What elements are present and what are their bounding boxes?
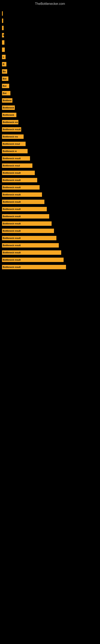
bar-label: Bot (3, 78, 6, 80)
bar-row: Bottleneck result (2, 221, 98, 226)
bar-label: Bottleneck result (3, 128, 21, 130)
bar: Bottleneck resul (2, 164, 32, 168)
bar: Bottleneck result (2, 156, 30, 160)
bar: Bottlene (2, 98, 12, 103)
bar-row: Bot (2, 76, 98, 82)
bar: Bottleneck re (2, 149, 28, 153)
bar-label: s (3, 56, 4, 58)
bar: Bottleneck result (2, 228, 54, 233)
bar-label: Bottleneck re (3, 150, 17, 152)
bar-row: Bottlene (2, 98, 98, 103)
bar: Bottleneck result (2, 222, 51, 226)
bar: s (2, 55, 6, 59)
bar-label: Bottleneck result (3, 230, 21, 232)
bar: Bottleneck result (2, 192, 42, 197)
bar: Bottleneck res (2, 120, 18, 124)
bar-row (2, 18, 98, 24)
bar: Bottleneck result (2, 243, 59, 248)
bar-label: Bottleneck result (3, 172, 21, 174)
bar-label: Bottleneck result (3, 186, 21, 188)
bar-row: Bottleneck result (2, 192, 98, 198)
bar (2, 48, 5, 52)
bar-row: Bot (2, 90, 98, 96)
bar-row: B (2, 62, 98, 67)
bar: Bot (2, 76, 8, 81)
bar: R (2, 33, 4, 38)
bar: Bottleneck result (2, 171, 35, 175)
bar-row: Bottleneck re (2, 148, 98, 154)
bar-row: R (2, 32, 98, 38)
bar: Bot (2, 84, 9, 88)
bar-row: Bottleneck (2, 112, 98, 118)
bar-label: Bottleneck result (3, 237, 21, 239)
bar-row: Bo (2, 69, 98, 74)
bar-row: Bottleneck result (2, 206, 98, 212)
bar: Bottleneck result (2, 185, 40, 190)
bar-label: Bottleneck result (3, 179, 21, 181)
bar: Bottleneck result (2, 250, 61, 255)
site-title: TheBottlenecker.com (0, 0, 100, 7)
bar-row: Bottleneck res (2, 119, 98, 125)
bar-label: Bottleneck resul (3, 143, 20, 145)
bar-row: Bottleneck re (2, 105, 98, 110)
bar-label: Bo (3, 70, 6, 73)
bar: Bottleneck result (2, 178, 37, 182)
bar-label: Bottleneck result (3, 258, 21, 261)
bar-label: Bot (3, 92, 6, 94)
bar: Bot (2, 91, 10, 96)
bar-label: Bottleneck result (3, 194, 21, 196)
bar-row: Bottleneck result (2, 257, 98, 263)
bar: Bottleneck resul (2, 142, 26, 146)
bar-row: Bottleneck resul (2, 141, 98, 147)
bar-label: Bottleneck result (3, 215, 21, 218)
bar: Bottleneck result (2, 236, 56, 240)
bar (2, 40, 4, 45)
bar-row: Bottleneck result (2, 228, 98, 234)
bar: Bottleneck (2, 113, 16, 117)
bar: B (2, 62, 6, 66)
bar: Bottleneck result (2, 258, 64, 262)
bar-label: Bottleneck result (3, 222, 21, 225)
bar-row: Bottleneck result (2, 264, 98, 270)
bar-row (2, 11, 98, 16)
bar: Bottleneck re (2, 106, 15, 110)
bar-label: Bottleneck result (3, 244, 21, 246)
bar: Bottleneck result (2, 214, 49, 218)
bar-label: Bottleneck resul (3, 164, 20, 167)
bar-row (2, 47, 98, 52)
bar-row: Bottleneck result (2, 199, 98, 205)
bar-row: Bottleneck result (2, 126, 98, 132)
bar-row: Bottleneck resul (2, 163, 98, 168)
bar-label: Bottleneck (3, 114, 14, 116)
bar-row: Bottleneck res (2, 134, 98, 140)
bar-row: s (2, 54, 98, 60)
bar: Bottleneck result (2, 200, 44, 204)
bar-row: Bottleneck result (2, 250, 98, 256)
bar-row (2, 25, 98, 31)
bar-row: Bottleneck result (2, 177, 98, 183)
bar-label: B (3, 63, 4, 66)
bar: Bottleneck result (2, 207, 47, 211)
bar-label: Bottleneck result (3, 251, 21, 254)
bar-label: Bottleneck result (3, 208, 21, 210)
bar-label: Bottleneck res (3, 136, 18, 138)
bar-row: Bottleneck result (2, 170, 98, 176)
bar-row: Bot (2, 83, 98, 89)
bar: Bo (2, 69, 7, 74)
bar-label: Bottleneck re (3, 106, 15, 109)
bars-container: RsBBoBotBotBotBottleneBottleneck reBottl… (0, 7, 100, 274)
bar-label: Bottleneck result (3, 201, 21, 203)
bar (2, 26, 3, 30)
bar-label: R (3, 34, 4, 36)
bar-row: Bottleneck result (2, 235, 98, 241)
bar-label: Bottleneck result (3, 157, 21, 160)
bar-row: Bottleneck result (2, 184, 98, 190)
bar-row: Bottleneck result (2, 214, 98, 219)
bar-label: Bottleneck res (3, 121, 18, 123)
bar-row (2, 40, 98, 45)
bar-label: Bottlene (3, 99, 12, 102)
bar: Bottleneck result (2, 127, 21, 132)
bar-row: Bottleneck result (2, 242, 98, 248)
bar-label: Bottleneck result (3, 266, 21, 268)
bar (2, 11, 3, 16)
